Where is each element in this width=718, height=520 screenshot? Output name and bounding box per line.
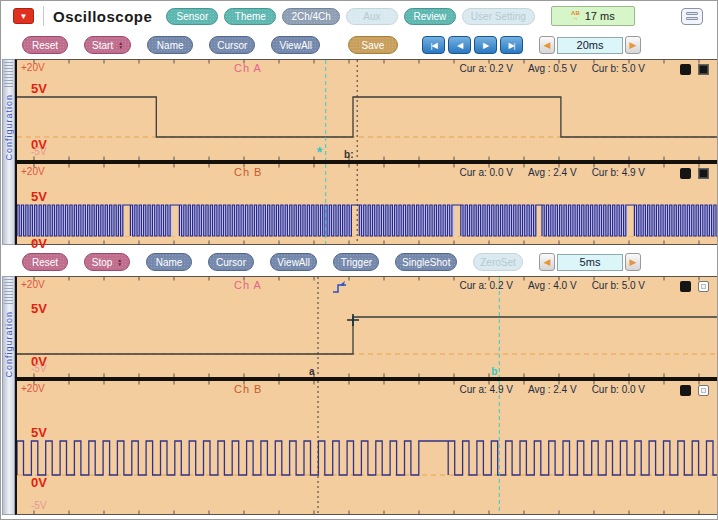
grip-icon	[4, 279, 13, 305]
cursor-marker-a[interactable]: *	[317, 144, 322, 160]
cursor-b-value: Cur b: 5.0 V	[592, 280, 645, 291]
timebase-value[interactable]: 5ms	[557, 254, 623, 271]
view-all-button[interactable]: ViewAll	[271, 36, 320, 54]
app-title: Oscilloscope	[53, 8, 152, 25]
theme-button[interactable]: Theme	[224, 8, 276, 25]
cursor-button[interactable]: Cursor	[208, 253, 254, 271]
scope-panel-2: Configuration +20V Ch A Cur a: 0.2 V Avg…	[2, 276, 718, 515]
channel-toggle-icon[interactable]	[698, 64, 709, 75]
cursor-marker-b[interactable]: b:	[344, 149, 353, 160]
range-label: +20V	[21, 279, 45, 290]
cursor-a-value: Cur a: 0.2 V	[460, 63, 513, 74]
channel-swatch-icon[interactable]	[680, 168, 691, 179]
cursor-b-value: Cur b: 0.0 V	[592, 384, 645, 395]
waveform-ch-b	[17, 381, 717, 514]
cursor-readout: Cur a: 0.0 V Avg : 2.4 V Cur b: 4.9 V	[460, 167, 645, 178]
grip-icon	[4, 62, 13, 88]
channel-swatch-icon[interactable]	[680, 64, 691, 75]
v5-label: 5V	[31, 82, 47, 96]
single-shot-button[interactable]: SingleShot	[395, 253, 457, 271]
panel2-channel-a: +20V Ch A Cur a: 0.2 V Avg : 4.0 V Cur b…	[17, 277, 717, 377]
channel-name: Ch B	[234, 166, 262, 178]
go-last-button[interactable]	[500, 36, 523, 54]
range-label: +20V	[21, 166, 45, 177]
channel-toggle-icon[interactable]	[698, 281, 709, 292]
avg-value: Avg : 4.0 V	[528, 280, 577, 291]
vm5-label: -5V	[31, 146, 47, 157]
aux-button[interactable]: Aux	[346, 8, 398, 25]
configuration-tab[interactable]: Configuration	[2, 59, 15, 245]
waveform-ch-a	[17, 60, 717, 160]
v5-label: 5V	[31, 190, 47, 204]
a-b-interval-icon	[571, 11, 580, 21]
panel2-channel-b: +20V Ch B Cur a: 4.9 V Avg : 2.4 V Cur b…	[17, 381, 717, 514]
v0-label: 0V	[31, 237, 47, 251]
channel-mode-button[interactable]: 2Ch/4Ch	[282, 8, 339, 25]
reset-button[interactable]: Reset	[22, 36, 68, 54]
titlebar: Oscilloscope Sensor Theme 2Ch/4Ch Aux Re…	[1, 1, 717, 31]
oscilloscope-window: Oscilloscope Sensor Theme 2Ch/4Ch Aux Re…	[0, 0, 718, 520]
panel1-channel-a: +20V Ch A Cur a: 0.2 V Avg : 0.5 V Cur b…	[17, 60, 717, 160]
cursor-a-value: Cur a: 0.2 V	[460, 280, 513, 291]
timebase-control: 20ms	[539, 36, 641, 54]
panel2-toolbar: Reset Stop Name Cursor ViewAll Trigger S…	[1, 249, 717, 275]
cursor-marker-a[interactable]: a	[309, 366, 315, 377]
timebase-increase-button[interactable]	[625, 253, 641, 271]
trigger-edge-icon[interactable]	[332, 280, 347, 294]
v0-label: 0V	[31, 476, 47, 490]
avg-value: Avg : 2.4 V	[528, 167, 577, 178]
configuration-tab[interactable]: Configuration	[2, 276, 15, 515]
save-button[interactable]: Save	[348, 36, 398, 54]
scope-display-2: +20V Ch A Cur a: 0.2 V Avg : 4.0 V Cur b…	[15, 276, 718, 515]
cursor-a-value: Cur a: 0.0 V	[460, 167, 513, 178]
cursor-readout: Cur a: 4.9 V Avg : 2.4 V Cur b: 0.0 V	[460, 384, 645, 395]
go-next-button[interactable]	[474, 36, 497, 54]
user-setting-button[interactable]: User Setting	[462, 8, 535, 25]
scope-display-1: +20V Ch A Cur a: 0.2 V Avg : 0.5 V Cur b…	[15, 59, 718, 245]
timebase-decrease-button[interactable]	[539, 36, 555, 54]
go-first-button[interactable]	[422, 36, 445, 54]
view-all-button[interactable]: ViewAll	[270, 253, 317, 271]
cursor-readout: Cur a: 0.2 V Avg : 0.5 V Cur b: 5.0 V	[460, 63, 645, 74]
go-prev-button[interactable]	[448, 36, 471, 54]
channel-swatch-icon[interactable]	[680, 281, 691, 292]
playback-nav-group	[422, 36, 523, 54]
app-menu-icon[interactable]	[13, 8, 34, 24]
timebase-increase-button[interactable]	[625, 36, 641, 54]
avg-value: Avg : 0.5 V	[528, 63, 577, 74]
panel1-channel-b: +20V Ch B Cur a: 0.0 V Avg : 2.4 V Cur b…	[17, 164, 717, 244]
name-button[interactable]: Name	[146, 253, 192, 271]
v5-label: 5V	[31, 426, 47, 440]
timebase-decrease-button[interactable]	[539, 253, 555, 271]
timebase-value[interactable]: 20ms	[557, 37, 623, 54]
stacked-windows-icon[interactable]	[681, 8, 703, 25]
zero-set-button[interactable]: ZeroSet	[473, 253, 523, 271]
ab-interval-value: 17 ms	[585, 10, 615, 22]
channel-toggle-icon[interactable]	[698, 168, 709, 179]
name-button[interactable]: Name	[147, 36, 193, 54]
cursor-marker-b[interactable]: b	[491, 366, 497, 377]
review-button[interactable]: Review	[404, 8, 456, 25]
channel-name: Ch A	[234, 62, 262, 74]
channel-toggle-icon[interactable]	[698, 385, 709, 396]
reset-button[interactable]: Reset	[22, 253, 68, 271]
cursor-readout: Cur a: 0.2 V Avg : 4.0 V Cur b: 5.0 V	[460, 280, 645, 291]
vm5-label: -5V	[31, 500, 47, 511]
channel-name: Ch B	[234, 383, 262, 395]
timebase-control: 5ms	[539, 253, 641, 271]
start-button[interactable]: Start	[84, 36, 131, 54]
range-label: +20V	[21, 62, 45, 73]
sensor-button[interactable]: Sensor	[166, 8, 218, 25]
scope-panel-1: Configuration +20V Ch A Cur a: 0.2 V Avg…	[2, 59, 718, 245]
channel-swatch-icon[interactable]	[680, 385, 691, 396]
separator	[43, 6, 44, 26]
cursor-b-value: Cur b: 4.9 V	[592, 167, 645, 178]
cursor-button[interactable]: Cursor	[209, 36, 255, 54]
cursor-b-value: Cur b: 5.0 V	[592, 63, 645, 74]
avg-value: Avg : 2.4 V	[528, 384, 577, 395]
waveform-ch-a	[17, 277, 717, 377]
panel1-toolbar: Reset Start Name Cursor ViewAll Save 20m…	[1, 32, 717, 58]
stop-button[interactable]: Stop	[84, 253, 130, 271]
trigger-button[interactable]: Trigger	[333, 253, 379, 271]
range-label: +20V	[21, 383, 45, 394]
